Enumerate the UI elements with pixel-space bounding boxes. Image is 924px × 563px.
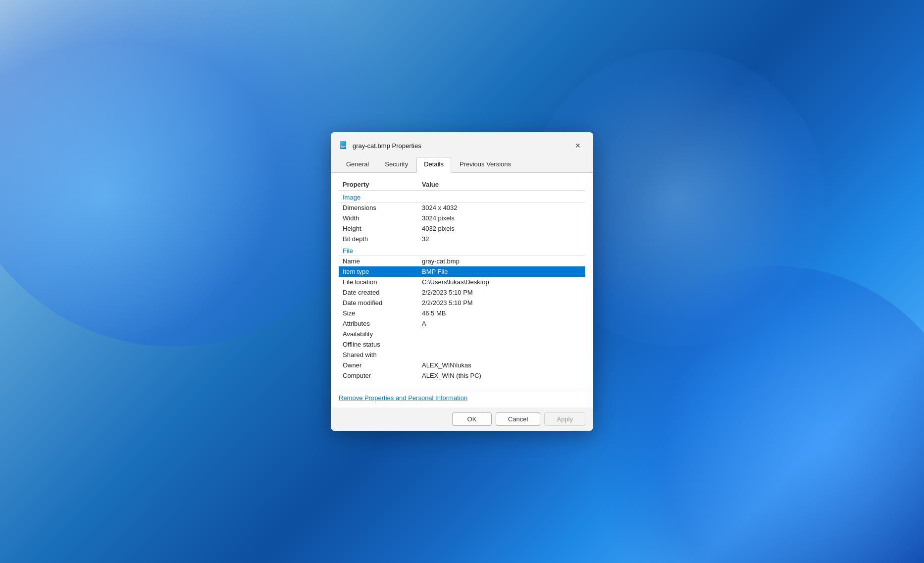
file-icon: BMP: [339, 141, 349, 151]
dialog-buttons: OK Cancel Apply: [331, 408, 593, 431]
table-row[interactable]: Dimensions 3024 x 4032: [339, 203, 585, 213]
titlebar: BMP gray-cat.bmp Properties ✕: [331, 132, 593, 153]
remove-properties-link[interactable]: Remove Properties and Personal Informati…: [339, 394, 467, 402]
dialog-content: Property Value Image Dimensions 3024 x 4…: [331, 173, 593, 390]
apply-button: Apply: [544, 412, 585, 426]
table-row[interactable]: Name gray-cat.bmp: [339, 256, 585, 267]
table-row[interactable]: Date modified 2/2/2023 5:10 PM: [339, 298, 585, 308]
table-row[interactable]: Offline status: [339, 339, 585, 350]
category-image: Image: [339, 191, 585, 203]
table-row[interactable]: Height 4032 pixels: [339, 223, 585, 234]
table-row[interactable]: Size 46.5 MB: [339, 308, 585, 318]
ok-button[interactable]: OK: [452, 412, 492, 426]
table-row[interactable]: Computer ALEX_WIN (this PC): [339, 370, 585, 381]
col-property-header: Property: [339, 179, 418, 191]
table-row[interactable]: Attributes A: [339, 318, 585, 329]
tab-details[interactable]: Details: [416, 157, 451, 173]
tab-general[interactable]: General: [339, 157, 376, 172]
properties-table: Property Value Image Dimensions 3024 x 4…: [339, 179, 585, 384]
table-row[interactable]: Width 3024 pixels: [339, 213, 585, 223]
cancel-button[interactable]: Cancel: [496, 412, 540, 426]
footer-link-area: Remove Properties and Personal Informati…: [331, 390, 593, 408]
tab-security[interactable]: Security: [377, 157, 415, 172]
table-row[interactable]: File location C:\Users\lukas\Desktop: [339, 277, 585, 287]
table-row[interactable]: Shared with: [339, 350, 585, 360]
col-value-header: Value: [418, 179, 585, 191]
properties-dialog: BMP gray-cat.bmp Properties ✕ General Se…: [331, 132, 593, 431]
tab-previous-versions[interactable]: Previous Versions: [452, 157, 518, 172]
titlebar-left: BMP gray-cat.bmp Properties: [339, 141, 421, 151]
svg-text:BMP: BMP: [341, 145, 347, 148]
tabs-container: General Security Details Previous Versio…: [331, 153, 593, 173]
category-file: File: [339, 244, 585, 256]
table-row[interactable]: Bit depth 32: [339, 234, 585, 244]
table-row[interactable]: Availability: [339, 329, 585, 339]
table-row[interactable]: Owner ALEX_WIN\lukas: [339, 360, 585, 370]
table-row[interactable]: Date created 2/2/2023 5:10 PM: [339, 287, 585, 298]
close-button[interactable]: ✕: [570, 138, 585, 153]
dialog-title: gray-cat.bmp Properties: [353, 142, 421, 150]
table-row-selected[interactable]: Item type BMP File: [339, 266, 585, 277]
